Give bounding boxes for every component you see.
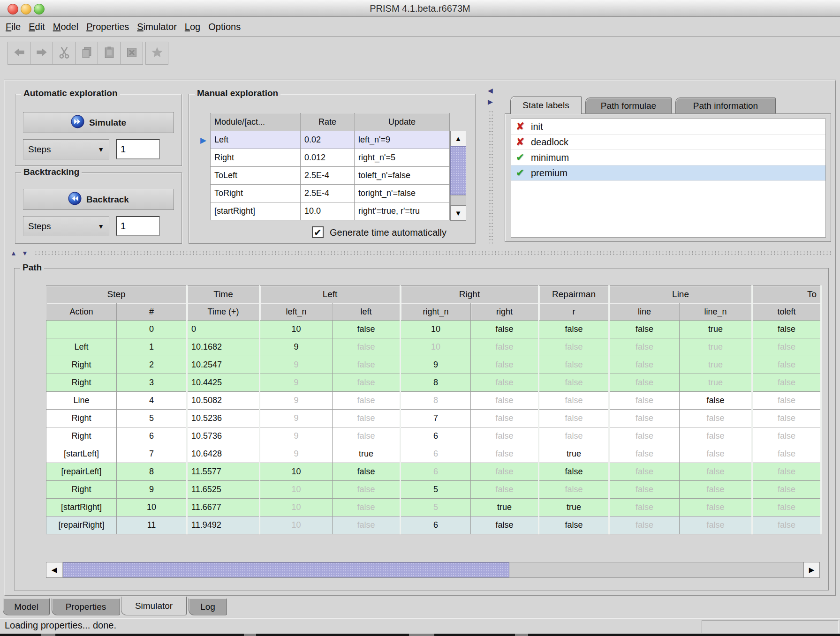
scroll-right-icon: ▶ — [809, 566, 815, 574]
path-cell: false — [471, 427, 539, 445]
menu-simulator[interactable]: Simulator — [137, 22, 176, 32]
simulate-steps-select[interactable]: Steps ▼ — [23, 139, 109, 159]
scroll-down-button[interactable]: ▼ — [450, 205, 466, 221]
path-cell: false — [471, 463, 539, 481]
manual-transition-row[interactable]: Left0.02left_n'=9 — [211, 131, 450, 149]
state-label-deadlock[interactable]: ✘deadlock — [511, 135, 825, 150]
tab-properties[interactable]: Properties — [52, 599, 120, 615]
state-label-premium[interactable]: ✔premium — [511, 165, 825, 181]
path-cell: 11.6677 — [187, 499, 260, 516]
path-cell: false — [471, 338, 539, 356]
tab-model[interactable]: Model — [3, 599, 50, 615]
close-button[interactable] — [8, 4, 18, 15]
backtrack-button-label: Backtrack — [86, 195, 129, 205]
scrollbar-thumb[interactable] — [63, 562, 509, 577]
path-step-row[interactable]: [startLeft]710.64289true6falsetruefalsef… — [46, 445, 821, 463]
expand-right-icon[interactable]: ▶ — [488, 98, 493, 105]
steps-select-label: Steps — [28, 221, 51, 232]
manual-transition-row[interactable]: ToLeft2.5E-4toleft_n'=false — [211, 167, 450, 185]
menu-edit[interactable]: Edit — [29, 22, 45, 32]
scroll-right-button[interactable]: ▶ — [803, 562, 820, 578]
path-cell: false — [471, 392, 539, 410]
path-step-row[interactable]: Line410.50829false8falsefalsefalsefalsef… — [46, 392, 821, 410]
path-step-row[interactable]: 0010false10falsefalsefalsetruefalse — [46, 321, 821, 338]
tab-log[interactable]: Log — [189, 599, 227, 615]
manual-exploration-group: Manual exploration ▶ Module/[act...RateU… — [189, 94, 476, 244]
manual-cell: 2.5E-4 — [301, 185, 355, 202]
collapse-left-icon[interactable]: ◀ — [488, 87, 493, 94]
manual-transition-row[interactable]: [startRight]10.0right'=true, r'=tru — [211, 202, 450, 220]
paste-button[interactable] — [98, 42, 121, 65]
path-step-row[interactable]: [repairLeft]811.557710false6falsefalsefa… — [46, 463, 821, 481]
path-cell: 10.2547 — [187, 356, 260, 374]
splitter-grip[interactable] — [35, 251, 832, 255]
path-step-row[interactable]: Right310.44259false8falsefalsefalsetruef… — [46, 374, 821, 392]
path-step-row[interactable]: Right911.652510false5falsefalsefalsefals… — [46, 481, 821, 499]
tab-path-information[interactable]: Path information — [675, 97, 776, 113]
scrollbar-track[interactable] — [450, 195, 466, 205]
cut-button[interactable] — [53, 42, 76, 65]
path-cell: 9 — [260, 374, 333, 392]
state-label-init[interactable]: ✘init — [511, 119, 825, 135]
path-cell: 3 — [117, 374, 187, 392]
generate-time-checkbox[interactable]: ✔ — [312, 226, 324, 238]
state-label-text: minimum — [531, 152, 569, 163]
path-step-row[interactable]: Right510.52369false7falsefalsefalsefalse… — [46, 410, 821, 427]
expand-down-icon[interactable]: ▼ — [22, 250, 28, 256]
manual-cell: 2.5E-4 — [301, 167, 355, 185]
path-cell: 6 — [117, 427, 187, 445]
horizontal-splitter[interactable]: ▲ ▼ — [5, 249, 835, 257]
delete-icon — [125, 45, 139, 61]
state-label-minimum[interactable]: ✔minimum — [511, 150, 825, 165]
path-cell: false — [539, 321, 609, 338]
backtrack-steps-select[interactable]: Steps ▼ — [23, 216, 109, 236]
path-cell: false — [539, 374, 609, 392]
path-step-row[interactable]: [repairRight]1111.949210false6falsefalse… — [46, 516, 821, 534]
back-arrow-button[interactable] — [8, 42, 30, 65]
backtrack-steps-input[interactable] — [116, 216, 160, 236]
manual-exploration-table: Module/[act...RateUpdateLeft0.02left_n'=… — [210, 113, 450, 220]
path-cell: false — [539, 338, 609, 356]
menu-model[interactable]: Model — [53, 22, 78, 32]
path-step-row[interactable]: Left110.16829false10falsefalsefalsetruef… — [46, 338, 821, 356]
menu-properties[interactable]: Properties — [86, 22, 129, 32]
tab-simulator[interactable]: Simulator — [121, 597, 187, 615]
path-col-group-step: Step — [46, 286, 187, 303]
titlebar: PRISM 4.1.beta.r6673M — [0, 0, 840, 17]
simulate-button[interactable]: Simulate — [23, 112, 174, 133]
path-cell: false — [609, 410, 680, 427]
path-step-row[interactable]: Right610.57369false6falsefalsefalsefalse… — [46, 427, 821, 445]
star-button[interactable] — [145, 42, 168, 65]
path-step-row[interactable]: Right210.25479false9falsefalsefalsetruef… — [46, 356, 821, 374]
path-cell: 9 — [260, 410, 333, 427]
backtrack-button[interactable]: Backtrack — [23, 189, 174, 210]
menu-options[interactable]: Options — [208, 22, 241, 32]
path-cell: 9 — [260, 338, 333, 356]
green-check-icon: ✔ — [514, 167, 526, 179]
path-col-group-time: Time — [187, 286, 260, 303]
scroll-left-button[interactable]: ◀ — [46, 562, 62, 578]
collapse-up-icon[interactable]: ▲ — [10, 250, 17, 256]
scroll-up-button[interactable]: ▲ — [450, 131, 466, 146]
delete-button[interactable] — [120, 42, 143, 65]
path-cell: 11 — [117, 516, 187, 534]
tab-path-formulae[interactable]: Path formulae — [585, 97, 672, 113]
path-col-group-right: Right — [401, 286, 539, 303]
splitter-grip[interactable] — [489, 111, 493, 244]
path-cell: Right — [46, 410, 117, 427]
manual-transition-row[interactable]: ToRight2.5E-4toright_n'=false — [211, 185, 450, 202]
path-step-row[interactable]: [startRight]1011.667710false5truetruefal… — [46, 499, 821, 516]
vertical-splitter[interactable]: ◀ ▶ — [487, 84, 495, 246]
copy-button[interactable] — [75, 42, 98, 65]
minimize-button[interactable] — [21, 4, 31, 15]
zoom-button[interactable] — [34, 4, 45, 15]
menu-log[interactable]: Log — [185, 22, 200, 32]
manual-transition-row[interactable]: Right0.012right_n'=5 — [211, 149, 450, 167]
scrollbar-thumb[interactable] — [450, 146, 466, 195]
scroll-left-icon: ◀ — [52, 566, 57, 574]
path-cell: false — [333, 392, 401, 410]
menu-file[interactable]: File — [6, 22, 21, 32]
forward-arrow-button[interactable] — [30, 42, 53, 65]
tab-state-labels[interactable]: State labels — [510, 96, 582, 114]
simulate-steps-input[interactable] — [116, 139, 160, 159]
